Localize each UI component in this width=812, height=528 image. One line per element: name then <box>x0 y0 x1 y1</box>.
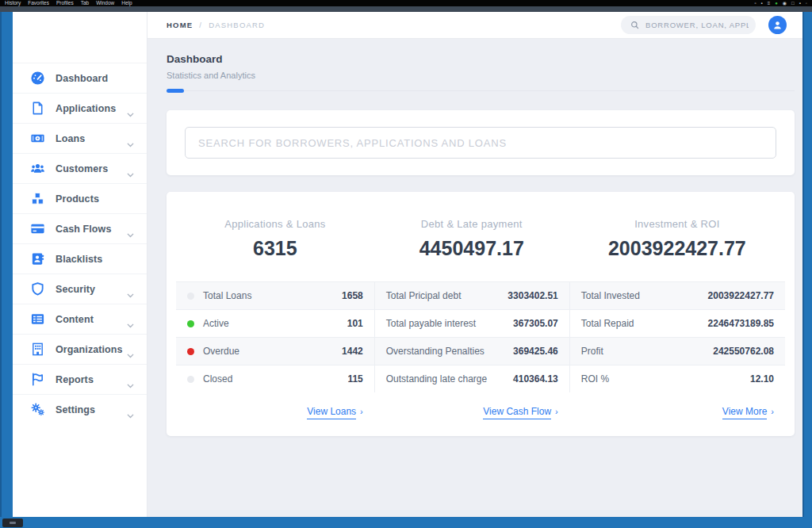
sidebar-item-label: Organizations <box>56 344 127 355</box>
gears-icon <box>30 402 45 417</box>
column-header: Investment & ROI <box>569 218 785 230</box>
sidebar-item-settings[interactable]: Settings <box>13 394 147 424</box>
status-icon[interactable]: ▪ <box>799 0 801 6</box>
search-icon <box>630 21 639 29</box>
stat-rows: Total Invested 2003922427.77 Total Repai… <box>569 281 785 392</box>
menu-item[interactable]: History <box>5 0 21 6</box>
stat-value: 410364.13 <box>513 373 558 385</box>
status-dot <box>187 293 194 300</box>
stats-column-investment-roi: Investment & ROI 2003922427.77 Total Inv… <box>569 218 785 417</box>
column-header: Debt & Late payment <box>374 218 569 230</box>
status-icon[interactable]: □ <box>791 0 795 6</box>
stat-row: Profit 242550762.08 <box>570 337 785 365</box>
stat-row: Overdue 1442 <box>176 337 374 365</box>
column-total: 4450497.17 <box>374 237 569 260</box>
sidebar-item-content[interactable]: Content <box>13 304 147 334</box>
page-subtitle: Statistics and Analytics <box>167 71 795 80</box>
window-frame-bottom <box>0 517 812 528</box>
sidebar-item-dashboard[interactable]: Dashboard <box>13 63 147 93</box>
column-total: 6315 <box>176 237 374 260</box>
quick-search[interactable] <box>621 16 756 34</box>
sidebar-item-label: Content <box>56 314 127 325</box>
stat-label: Active <box>203 318 229 329</box>
user-avatar[interactable] <box>768 16 787 34</box>
sidebar-item-label: Cash Flows <box>56 224 127 235</box>
sidebar-item-applications[interactable]: Applications <box>13 93 147 123</box>
stat-row: Total payable interest 367305.07 <box>375 309 569 337</box>
sidebar-item-organizations[interactable]: Organizations <box>13 334 147 364</box>
column-total: 2003922427.77 <box>569 237 785 260</box>
banknote-icon <box>30 131 45 146</box>
stat-label: Overdue <box>203 346 239 357</box>
view-cash-flow-link[interactable]: View Cash Flow› <box>483 406 557 417</box>
status-icon[interactable]: ◦ <box>806 0 807 6</box>
menu-item[interactable]: Tab <box>81 0 89 6</box>
stat-label: Total Pricipal debt <box>386 290 462 301</box>
section-divider <box>167 89 795 93</box>
menu-items: History Favorites Profiles Tab Window He… <box>5 0 132 6</box>
chevron-down-icon <box>127 317 134 322</box>
sidebar-item-label: Customers <box>56 163 127 174</box>
sidebar-item-label: Blacklists <box>56 254 147 265</box>
status-icon[interactable]: ≡ <box>768 0 771 6</box>
stat-value: 101 <box>347 318 363 329</box>
sidebar-item-loans[interactable]: Loans <box>13 123 147 153</box>
stat-row: Active 101 <box>176 309 374 337</box>
stat-row: Total Invested 2003922427.77 <box>570 281 785 309</box>
chevron-right-icon: › <box>555 407 558 416</box>
window-frame-left <box>0 12 13 517</box>
menu-item[interactable]: Help <box>121 0 132 6</box>
taskbar-fragment <box>2 518 23 527</box>
gauge-icon <box>30 71 45 86</box>
stat-row: Closed 115 <box>176 365 374 392</box>
stat-label: Outstanding late charge <box>386 373 487 385</box>
status-icon[interactable]: ● <box>775 0 778 6</box>
status-icon[interactable]: ▪ <box>761 0 763 6</box>
sidebar-logo-space <box>13 12 147 63</box>
menu-item[interactable]: Favorites <box>28 0 49 6</box>
stat-value: 369425.46 <box>513 346 558 357</box>
cubes-icon <box>30 191 45 206</box>
main-area: HOME / DASHBOARD <box>147 12 802 517</box>
search-card <box>167 110 795 175</box>
stat-rows: Total Pricipal debt 3303402.51 Total pay… <box>374 281 569 392</box>
person-icon <box>771 18 784 32</box>
stat-value: 2003922427.77 <box>708 290 774 301</box>
view-loans-link[interactable]: View Loans› <box>307 406 363 417</box>
chevron-down-icon <box>127 136 134 141</box>
stat-value: 242550762.08 <box>713 346 774 357</box>
stat-label: Total Invested <box>581 290 640 301</box>
chevron-down-icon <box>127 287 134 292</box>
quick-search-input[interactable] <box>645 21 749 29</box>
breadcrumb-separator: / <box>199 21 202 29</box>
stat-row: ROI % 12.10 <box>570 365 785 392</box>
sidebar-item-cash-flows[interactable]: Cash Flows <box>13 213 147 243</box>
menu-item[interactable]: Window <box>96 0 114 6</box>
sidebar-item-customers[interactable]: Customers <box>13 153 147 183</box>
stat-value: 3303402.51 <box>508 290 557 301</box>
stat-value: 2246473189.85 <box>708 318 774 329</box>
menu-status-icons: ▫ ▪ ≡ ● ◉ □ ▪ ◦ <box>754 0 807 6</box>
building-icon <box>30 342 45 357</box>
view-more-link[interactable]: View More› <box>722 406 774 417</box>
stat-rows: Total Loans 1658 Active 101 Overdue 1442 <box>176 281 374 392</box>
menu-item[interactable]: Profiles <box>56 0 74 6</box>
status-icon[interactable]: ▫ <box>754 0 756 6</box>
stat-label: Total Repaid <box>581 318 634 329</box>
status-icon[interactable]: ◉ <box>783 0 787 6</box>
sidebar-item-blacklists[interactable]: Blacklists <box>13 243 147 274</box>
page-title: Dashboard <box>167 53 795 65</box>
sidebar-item-security[interactable]: Security <box>13 274 147 304</box>
stat-row: Outstanding late charge 410364.13 <box>375 365 569 392</box>
flag-icon <box>30 372 45 387</box>
status-dot <box>187 348 194 355</box>
breadcrumb-home[interactable]: HOME <box>167 21 193 29</box>
sidebar-item-products[interactable]: Products <box>13 183 147 213</box>
column-header: Applications & Loans <box>176 218 374 230</box>
sidebar-item-reports[interactable]: Reports <box>13 364 147 394</box>
global-search-input[interactable] <box>185 127 776 159</box>
stat-row: Total Repaid 2246473189.85 <box>570 309 785 337</box>
chevron-down-icon <box>127 347 134 352</box>
stat-value: 115 <box>347 373 362 385</box>
sidebar: Dashboard Applications Loans <box>13 12 147 517</box>
